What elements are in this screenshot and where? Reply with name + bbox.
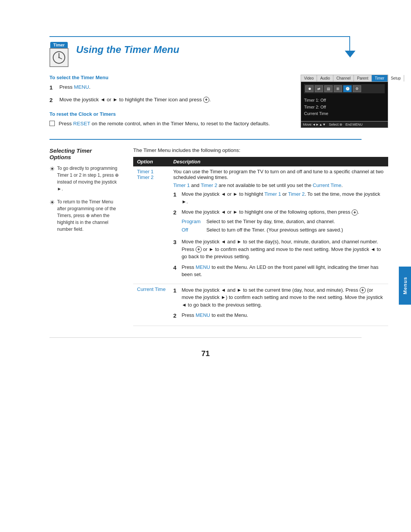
sub-off: Off Select to turn off the Timer. (Your …	[182, 227, 359, 233]
reset-keyword: RESET	[73, 121, 90, 126]
current-time-desc: 1 Move the joystick ◄ and ► to set the c…	[169, 284, 388, 326]
timer12-step-1: 1 Move the joystick ◄ or ► to highlight …	[173, 190, 384, 205]
checkbox-icon	[49, 121, 55, 126]
table-row-timers: Timer 1 Timer 2 You can use the Timer to…	[133, 166, 388, 284]
option-current-time: Current Time	[133, 284, 169, 326]
s2-num: 2	[173, 208, 178, 235]
timer-badge: Timer	[49, 42, 68, 67]
tv-icons-row: ⏺ ⇄ ▤ ⊞ 🕐 ⚙	[304, 84, 385, 93]
tv-icon-sym-4: ⊞	[336, 87, 339, 91]
options-table: Option Description Timer 1 Timer 2 You c…	[133, 157, 388, 326]
tv-icon-3: ▤	[324, 85, 333, 92]
s4-num: 4	[173, 264, 178, 278]
timer12-step-3: 3 Move the joystick ◄ and ► to set the d…	[173, 238, 384, 260]
off-label: Off	[182, 227, 202, 233]
tv-tab-timer: Timer	[372, 75, 388, 81]
instructions-col: To select the Timer Menu 1 Press MENU. 2…	[49, 75, 289, 131]
tv-line-2: Timer 2: Off	[304, 104, 385, 111]
timer12-steps: 1 Move the joystick ◄ or ► to highlight …	[173, 190, 384, 278]
tv-tab-audio: Audio	[317, 75, 333, 81]
note-1: ☀ To go directly to programming Timer 1 …	[49, 165, 122, 192]
page-title: Using the Timer Menu	[76, 44, 179, 56]
t1-ref: Timer 1	[264, 191, 281, 197]
tv-mockup: Video Audio Channel Parent Timer Setup ⏺…	[301, 75, 388, 131]
tv-info: Timer 1: Off Timer 2: Off Current Time	[304, 96, 385, 119]
timer-icon-box	[49, 48, 68, 67]
tv-screen: ⏺ ⇄ ▤ ⊞ 🕐 ⚙ Timer 1: Off Timer 2: Off Cu…	[301, 82, 388, 121]
step-1-num: 1	[49, 83, 56, 92]
selecting-heading: Selecting TimerOptions	[49, 147, 122, 160]
timer12-desc-text: You can use the Timer to program the TV …	[173, 169, 384, 180]
tv-tab-setup: Setup	[388, 75, 404, 81]
ct-s1-num: 1	[173, 286, 178, 309]
menu-keyword-1: MENU	[74, 84, 89, 90]
top-line-h	[49, 36, 350, 37]
tv-icon-sym-2: ⇄	[317, 87, 320, 91]
right-panel: The Timer Menu includes the following op…	[133, 147, 388, 329]
circle-plus-icon: +	[203, 97, 209, 103]
selecting-section: Selecting TimerOptions ☀ To go directly …	[0, 147, 411, 337]
ct-s2-text: Press MENU to exit the Menu.	[182, 312, 248, 320]
tv-icon-sym-6: ⚙	[355, 87, 358, 91]
timer2-ref: Timer 2	[201, 182, 217, 188]
th-option: Option	[133, 157, 169, 166]
top-arrow-icon	[345, 51, 355, 58]
current-time-label: Current Time	[137, 286, 166, 292]
reset-heading: To reset the Clock or Timers	[49, 111, 289, 117]
s4-text: Press MENU to exit the Menu. An LED on t…	[182, 264, 384, 278]
tv-line-3: Current Time	[304, 110, 385, 117]
section-separator	[49, 139, 362, 140]
program-label: Program	[182, 218, 202, 225]
t2-ref: Timer 2	[288, 191, 305, 197]
off-desc: Select to turn off the Timer. (Your prev…	[206, 227, 343, 233]
clock-icon	[52, 51, 66, 64]
note-1-icon: ☀	[49, 165, 55, 192]
tv-icon-5-highlighted: 🕐	[343, 85, 352, 92]
top-decoration	[49, 36, 388, 37]
timer12-step-2: 2 Move the joystick ◄ or ► to highlight …	[173, 208, 384, 235]
s3-text: Move the joystick ◄ and ► to set the day…	[182, 238, 384, 260]
note-1-text: To go directly to programming Timer 1 or…	[57, 165, 122, 192]
ct-step-2: 2 Press MENU to exit the Menu.	[173, 312, 384, 320]
svg-line-3	[59, 58, 62, 59]
step-2-num: 2	[49, 96, 56, 105]
ct-step-1: 1 Move the joystick ◄ and ► to set the c…	[173, 286, 384, 309]
ct-s1-text: Move the joystick ◄ and ► to set the cur…	[182, 286, 384, 309]
menu-keyword-3: MENU	[196, 312, 210, 318]
current-time-steps: 1 Move the joystick ◄ and ► to set the c…	[173, 286, 384, 320]
reset-item: Press RESET on the remote control, when …	[49, 120, 289, 128]
th-description: Description	[169, 157, 388, 166]
step-1: 1 Press MENU.	[49, 83, 289, 92]
tv-icon-sym-5: 🕐	[346, 87, 350, 91]
select-timer-heading: To select the Timer Menu	[49, 75, 289, 80]
program-desc: Select to set the Timer by day, time, du…	[206, 218, 335, 225]
menu-keyword-2: MENU	[196, 264, 210, 270]
tv-tab-parent: Parent	[354, 75, 371, 81]
tv-tab-channel: Channel	[333, 75, 354, 81]
note-2-icon: ☀	[49, 198, 55, 233]
table-row-current-time: Current Time 1 Move the joystick ◄ and ►…	[133, 284, 388, 326]
timer12-note: Timer 1 and Timer 2 are not available to…	[173, 182, 384, 188]
page-number: 71	[0, 338, 411, 366]
tv-icon-2: ⇄	[315, 85, 323, 92]
tv-status-end: End:MENU	[346, 123, 363, 126]
circle-plus-ct: +	[360, 287, 366, 293]
timer1-ref: Timer 1	[173, 182, 190, 188]
main-content: To select the Timer Menu 1 Press MENU. 2…	[0, 75, 411, 131]
step-2-text: Move the joystick ◄ or ► to highlight th…	[59, 96, 211, 105]
circle-plus-3: +	[196, 246, 202, 252]
sub-steps: Program Select to set the Timer by day, …	[182, 218, 359, 233]
s1-text: Move the joystick ◄ or ► to highlight Ti…	[182, 190, 384, 205]
sub-program: Program Select to set the Timer by day, …	[182, 218, 359, 225]
table-header-row: Option Description	[133, 157, 388, 166]
tv-tab-video: Video	[301, 75, 317, 81]
tv-icon-sym-3: ▤	[327, 87, 330, 91]
timer12-step-4: 4 Press MENU to exit the Menu. An LED on…	[173, 264, 384, 278]
note-2: ☀ To return to the Timer Menu after prog…	[49, 198, 122, 233]
intro-text: The Timer Menu includes the following op…	[133, 147, 388, 153]
left-panel: Selecting TimerOptions ☀ To go directly …	[49, 147, 122, 329]
top-line-v	[349, 36, 350, 51]
tv-icon-1: ⏺	[305, 85, 314, 92]
timer2-label: Timer 2	[137, 174, 154, 180]
menus-tab: Menus	[399, 267, 411, 305]
